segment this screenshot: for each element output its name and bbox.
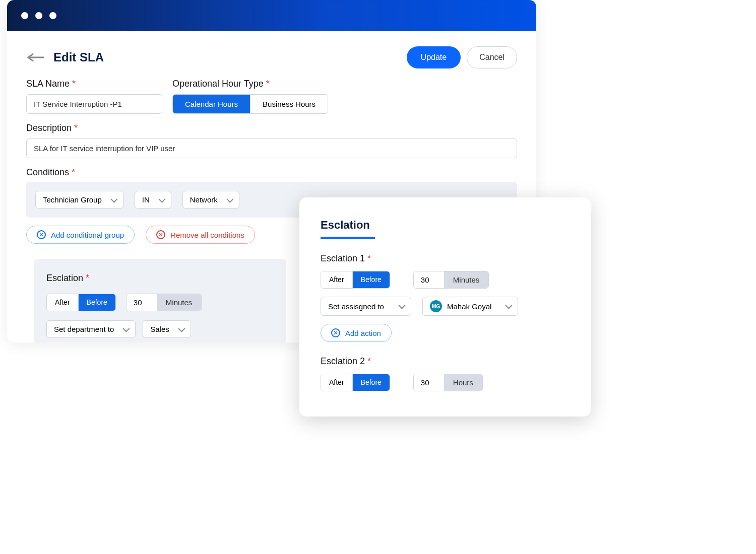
remove-all-conditions-button[interactable]: ✕ Remove all conditions [146,226,255,244]
op-hour-business[interactable]: Business Hours [250,95,328,113]
sla-name-input[interactable] [26,94,162,114]
set-department-select[interactable]: Set department to [46,320,136,338]
conditions-label: Conditions * [26,167,517,178]
esc2-when-segmented: After Before [321,374,390,391]
cancel-button[interactable]: Cancel [467,46,517,68]
titlebar [7,0,536,31]
esc2-after[interactable]: After [321,374,353,391]
title-underline [321,237,375,239]
escalation1-label: Esclation 1 * [321,253,570,264]
condition-op-select[interactable]: IN [135,191,171,209]
chevron-down-icon [158,195,165,202]
escalation-title: Esclation * [46,273,274,284]
esc2-before[interactable]: Before [353,374,390,391]
circle-x-icon: ✕ [156,230,165,239]
escalation-unit: Minutes [157,294,202,311]
esc2-amount-input[interactable] [414,374,444,391]
department-value-select[interactable]: Sales [143,320,191,338]
escalation-before[interactable]: Before [79,294,115,311]
back-arrow-icon[interactable] [26,52,44,62]
add-conditional-group-button[interactable]: ✕ Add conditional group [26,226,135,244]
op-hour-calendar[interactable]: Calendar Hours [173,95,250,113]
escalation-amount-input[interactable] [127,294,157,311]
esc1-after[interactable]: After [321,271,353,288]
chevron-down-icon [226,195,233,202]
esc2-unit: Hours [444,374,482,391]
escalation-when-segmented: After Before [46,294,116,311]
condition-field-select[interactable]: Technician Group [35,191,123,209]
escalation-panel: Esclation * After Before Minutes Set dep… [34,259,286,342]
esc1-unit: Minutes [444,271,489,288]
description-input[interactable] [26,138,517,158]
add-action-button[interactable]: ✕ Add action [321,324,392,342]
chevron-down-icon [178,325,185,332]
chevron-down-icon [110,195,117,202]
escalation-popup: Esclation Esclation 1 * After Before Min… [299,197,591,417]
update-button[interactable]: Update [407,46,461,68]
window-dot [21,12,28,19]
window-dot [49,12,56,19]
chevron-down-icon [398,302,405,309]
assignee-name: Mahak Goyal [447,302,491,311]
chevron-down-icon [123,325,130,332]
escalation2-label: Esclation 2 * [321,356,570,367]
assignee-select[interactable]: MG Mahak Goyal [422,297,518,316]
window-dot [35,12,42,19]
op-hour-label: Operational Hour Type * [172,79,328,89]
circle-x-icon: ✕ [37,230,46,239]
op-hour-segmented: Calendar Hours Business Hours [172,94,328,114]
condition-value-select[interactable]: Network [182,191,239,209]
popup-title: Esclation [321,219,570,232]
esc1-amount-input[interactable] [414,271,444,288]
esc1-when-segmented: After Before [321,271,390,289]
esc1-before[interactable]: Before [353,271,390,288]
description-label: Description * [26,123,517,133]
chevron-down-icon [505,302,512,309]
sla-name-label: SLA Name * [26,79,162,89]
circle-x-icon: ✕ [331,328,340,337]
set-assigned-select[interactable]: Set assisgned to [321,297,411,316]
page-title: Edit SLA [53,50,104,64]
escalation-after[interactable]: After [47,294,79,311]
avatar: MG [430,300,442,312]
